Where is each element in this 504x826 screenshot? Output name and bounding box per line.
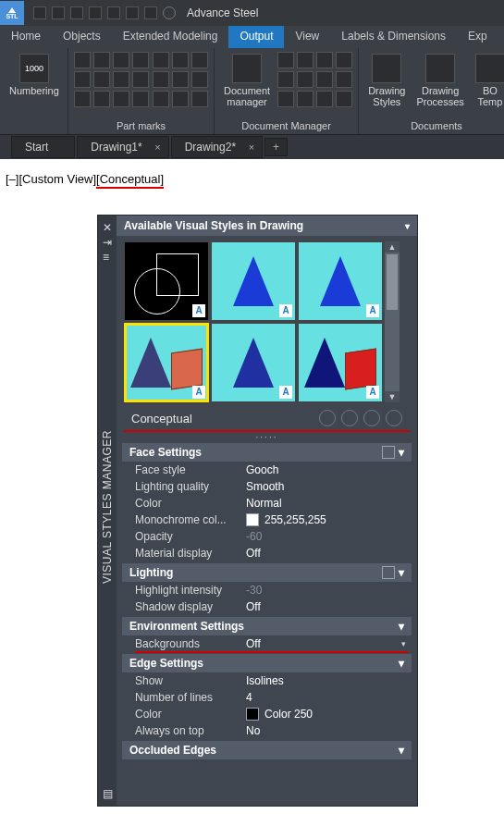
row-opacity[interactable]: Opacity-60 xyxy=(122,528,412,545)
style-thumb-2dwireframe[interactable]: A xyxy=(124,241,209,321)
dm-icon[interactable] xyxy=(297,71,313,88)
group-environment-settings[interactable]: Environment Settings ▾ xyxy=(122,617,412,635)
tab-export[interactable]: Exp xyxy=(457,26,498,48)
close-icon[interactable]: × xyxy=(154,142,160,153)
pm-icon[interactable] xyxy=(153,71,169,88)
apply-style-icon[interactable] xyxy=(341,410,358,426)
row-always-on-top[interactable]: Always on topNo xyxy=(122,722,412,739)
numbering-button[interactable]: 1000 Numbering xyxy=(6,52,63,98)
bom-templates-button[interactable]: BO Temp xyxy=(472,52,504,109)
dm-icon[interactable] xyxy=(336,91,352,107)
dm-icon[interactable] xyxy=(316,52,333,68)
pm-icon[interactable] xyxy=(113,91,129,107)
qat-print-icon[interactable] xyxy=(107,6,120,19)
pm-icon[interactable] xyxy=(191,91,208,107)
new-style-icon[interactable] xyxy=(319,410,336,426)
group-face-settings[interactable]: Face Settings ▾ xyxy=(122,443,412,462)
group-lighting[interactable]: Lighting ▾ xyxy=(122,563,412,582)
group-occluded-edges[interactable]: Occluded Edges ▾ xyxy=(122,741,412,759)
gallery-scrollbar[interactable]: ▲ ▼ xyxy=(385,241,400,402)
doc-tab-start[interactable]: Start xyxy=(11,136,75,158)
qat-new-icon[interactable] xyxy=(33,6,46,19)
splitter-grip[interactable]: ····· xyxy=(117,432,417,441)
scroll-up-icon[interactable]: ▲ xyxy=(385,241,400,253)
style-thumb-wireframe[interactable]: A xyxy=(211,241,296,321)
pm-icon[interactable] xyxy=(172,52,189,68)
dm-icon[interactable] xyxy=(297,52,313,68)
palette-autohide-button[interactable]: ⇥ xyxy=(103,236,112,249)
dm-icon[interactable] xyxy=(277,52,294,68)
row-backgrounds[interactable]: Backgrounds Off▾ xyxy=(122,635,412,652)
pm-icon[interactable] xyxy=(74,91,91,107)
qat-redo-icon[interactable] xyxy=(144,6,157,19)
row-show[interactable]: ShowIsolines xyxy=(122,672,412,689)
style-thumb-conceptual[interactable]: A xyxy=(124,323,209,402)
pm-icon[interactable] xyxy=(172,91,189,107)
row-color[interactable]: ColorNormal xyxy=(122,495,412,512)
pm-icon[interactable] xyxy=(74,52,91,68)
dm-icon[interactable] xyxy=(316,71,333,88)
pm-icon[interactable] xyxy=(172,71,189,88)
pm-icon[interactable] xyxy=(132,91,149,107)
row-material-display[interactable]: Material displayOff xyxy=(122,545,412,561)
pm-icon[interactable] xyxy=(93,52,110,68)
drawing-styles-button[interactable]: Drawing Styles xyxy=(364,52,409,109)
dm-icon[interactable] xyxy=(277,71,294,88)
dm-icon[interactable] xyxy=(316,91,333,107)
pm-icon[interactable] xyxy=(113,71,129,88)
row-face-style[interactable]: Face styleGooch xyxy=(122,462,412,478)
pm-icon[interactable] xyxy=(153,52,169,68)
dm-icon[interactable] xyxy=(336,71,352,88)
view-controls[interactable]: [–][Custom View] xyxy=(6,172,96,186)
workspace-gear-icon[interactable] xyxy=(163,6,176,19)
doc-tab-drawing1[interactable]: Drawing1*× xyxy=(77,136,168,158)
row-highlight-intensity[interactable]: Highlight intensity-30 xyxy=(122,582,412,598)
style-thumb-hidden[interactable]: A xyxy=(298,241,383,321)
dm-icon[interactable] xyxy=(297,91,313,107)
visual-style-label[interactable]: [Conceptual] xyxy=(96,172,164,189)
app-menu-button[interactable]: STL xyxy=(0,1,24,25)
dm-icon[interactable] xyxy=(277,91,294,107)
tab-output[interactable]: Output xyxy=(228,26,284,48)
tab-home[interactable]: Home xyxy=(0,26,52,48)
pm-icon[interactable] xyxy=(113,52,129,68)
tab-extended-modeling[interactable]: Extended Modeling xyxy=(112,26,229,48)
row-shadow-display[interactable]: Shadow displayOff xyxy=(122,598,412,615)
close-icon[interactable]: × xyxy=(249,142,254,153)
qat-saveas-icon[interactable] xyxy=(89,6,102,19)
dm-icon[interactable] xyxy=(336,52,352,68)
scroll-thumb[interactable] xyxy=(387,254,398,310)
pm-icon[interactable] xyxy=(191,71,208,88)
pm-icon[interactable] xyxy=(153,91,169,107)
workspace-label[interactable]: Advance Steel xyxy=(187,6,258,19)
qat-open-icon[interactable] xyxy=(52,6,65,19)
palette-menu-button[interactable]: ≡ xyxy=(103,251,112,264)
qat-save-icon[interactable] xyxy=(70,6,83,19)
row-monochrome-color[interactable]: Monochrome col...255,255,255 xyxy=(122,512,412,528)
group-edge-settings[interactable]: Edge Settings ▾ xyxy=(122,654,412,672)
palette-close-button[interactable]: ✕ xyxy=(103,221,112,234)
pm-icon[interactable] xyxy=(93,91,110,107)
scroll-down-icon[interactable]: ▼ xyxy=(385,391,400,402)
qat-undo-icon[interactable] xyxy=(126,6,139,19)
palette-properties-icon[interactable]: ▤ xyxy=(103,787,113,800)
pm-icon[interactable] xyxy=(132,71,149,88)
pm-icon[interactable] xyxy=(191,52,208,68)
tab-view[interactable]: View xyxy=(284,26,330,48)
tab-objects[interactable]: Objects xyxy=(52,26,112,48)
pm-icon[interactable] xyxy=(132,52,149,68)
doc-tab-drawing2[interactable]: Drawing2*× xyxy=(171,136,263,158)
delete-style-icon[interactable] xyxy=(386,410,402,426)
available-styles-header[interactable]: Available Visual Styles in Drawing ▾ xyxy=(117,216,417,236)
dropdown-arrow-icon[interactable]: ▾ xyxy=(401,639,406,648)
tab-labels-dimensions[interactable]: Labels & Dimensions xyxy=(330,26,457,48)
document-manager-button[interactable]: Document manager xyxy=(220,52,274,109)
drawing-processes-button[interactable]: Drawing Processes xyxy=(413,52,468,109)
group-options-icon[interactable] xyxy=(382,446,395,459)
export-style-icon[interactable] xyxy=(363,410,380,426)
row-number-of-lines[interactable]: Number of lines4 xyxy=(122,689,412,706)
pm-icon[interactable] xyxy=(93,71,110,88)
style-thumb-realistic[interactable]: A xyxy=(211,323,296,402)
pm-icon[interactable] xyxy=(74,71,91,88)
group-options-icon[interactable] xyxy=(382,566,395,579)
